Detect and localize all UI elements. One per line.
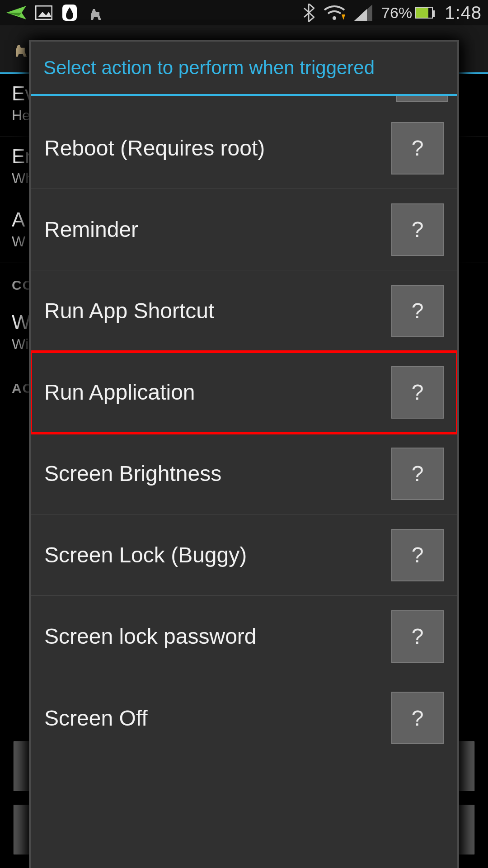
app-llama-icon — [11, 39, 31, 59]
dialog-list[interactable]: Reboot (Requires root)?Reminder?Run App … — [31, 96, 457, 868]
dialog-title: Select action to perform when triggered — [31, 42, 457, 96]
battery-pct: 76% — [381, 4, 412, 22]
help-button[interactable]: ? — [391, 122, 444, 175]
cell-signal-icon — [354, 5, 372, 21]
action-row-screen-lock-password[interactable]: Screen lock password? — [31, 596, 457, 677]
help-button[interactable]: ? — [391, 366, 444, 419]
paper-plane-icon — [6, 6, 26, 19]
action-label: Screen Lock (Buggy) — [44, 542, 391, 567]
help-button[interactable]: ? — [391, 203, 444, 256]
action-label: Run App Shortcut — [44, 298, 391, 323]
help-button[interactable]: ? — [391, 610, 444, 663]
battery-icon — [415, 7, 433, 19]
picture-icon — [35, 5, 52, 20]
action-row-screen-brightness[interactable]: Screen Brightness? — [31, 433, 457, 514]
status-bar: 76% 1:48 — [0, 0, 488, 25]
action-label: Screen Off — [44, 706, 391, 731]
action-label: Screen Brightness — [44, 461, 391, 486]
status-clock: 1:48 — [445, 3, 482, 23]
svg-marker-6 — [342, 14, 345, 20]
svg-point-5 — [333, 16, 336, 20]
drop-icon — [61, 4, 78, 22]
help-button[interactable]: ? — [391, 529, 444, 581]
action-label: Reboot (Requires root) — [44, 136, 391, 160]
svg-rect-2 — [36, 6, 52, 19]
action-row-reminder[interactable]: Reminder? — [31, 189, 457, 270]
action-row-run-application[interactable]: Run Application? — [31, 352, 457, 433]
svg-marker-8 — [354, 9, 367, 21]
action-label: Screen lock password — [44, 624, 391, 649]
action-label: Run Application — [44, 380, 391, 405]
action-label: Reminder — [44, 217, 391, 242]
status-left — [6, 4, 105, 22]
help-button[interactable]: ? — [391, 692, 444, 744]
help-button[interactable]: ? — [391, 448, 444, 500]
action-dialog: Select action to perform when triggered … — [29, 40, 459, 868]
help-button[interactable]: ? — [391, 285, 444, 337]
action-row-run-app-shortcut[interactable]: Run App Shortcut? — [31, 270, 457, 352]
action-row-reboot-requires-root[interactable]: Reboot (Requires root)? — [31, 108, 457, 189]
wifi-download-icon — [324, 4, 345, 22]
bluetooth-icon — [303, 4, 314, 22]
status-right: 76% 1:48 — [303, 3, 482, 23]
svg-marker-3 — [38, 12, 52, 17]
battery-indicator: 76% — [381, 4, 433, 22]
llama-icon — [87, 4, 105, 22]
action-row-screen-off[interactable]: Screen Off? — [31, 677, 457, 759]
action-row-screen-lock-buggy[interactable]: Screen Lock (Buggy)? — [31, 514, 457, 596]
partial-help-button[interactable] — [396, 96, 448, 102]
